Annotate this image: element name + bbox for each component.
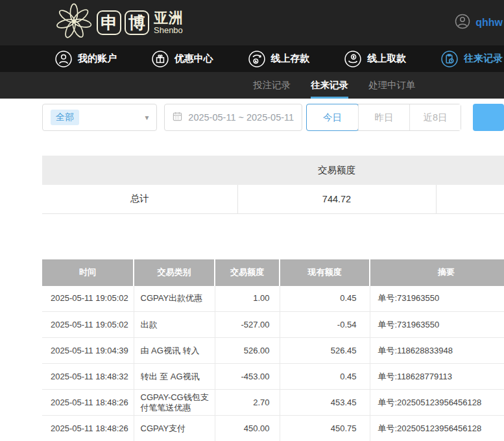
- cell-balance: -0.54: [280, 312, 370, 338]
- nav-item-my-account[interactable]: 我的账户: [55, 51, 117, 67]
- user-account[interactable]: qhhw: [455, 0, 504, 45]
- summary-total-amount: 744.72: [237, 185, 436, 213]
- tab-label: 投注记录: [253, 79, 291, 91]
- today-button[interactable]: 今日: [306, 104, 359, 131]
- table-row: 2025-05-11 19:05:02 CGPAY出款优惠 1.00 0.45 …: [42, 286, 504, 312]
- main-nav: 我的账户 优惠中心 线上存款 线上取款: [0, 45, 504, 72]
- brand-logo[interactable]: 申 博 亚洲 Shenbo: [55, 3, 184, 42]
- brand-region: 亚洲: [154, 10, 184, 26]
- summary-header-row: 交易额度: [42, 156, 504, 185]
- username-text: qhhw: [475, 17, 503, 29]
- date-range-input[interactable]: 2025-05-11 ~ 2025-05-11: [164, 104, 302, 131]
- yesterday-button[interactable]: 昨日: [358, 104, 409, 130]
- brand-subtitle: Shenbo: [154, 26, 184, 35]
- cell-time: 2025-05-11 18:48:26: [42, 390, 134, 416]
- cell-category: CGPAY-CG钱包支付笔笔送优惠: [134, 390, 215, 416]
- active-tab-underline: [311, 97, 348, 99]
- calendar-icon: [173, 112, 182, 124]
- table-row: 2025-05-11 19:05:02 出款 -527.00 -0.54 单号:…: [42, 312, 504, 338]
- flower-logo-icon: [55, 3, 93, 42]
- transactions-header-row: 时间 交易类别 交易额度 现有额度 摘要: [42, 259, 504, 286]
- table-row: 2025-05-11 19:04:39 由 AG视讯 转入 526.00 526…: [42, 338, 504, 364]
- cell-balance: 450.75: [280, 416, 370, 441]
- cell-time: 2025-05-11 19:04:39: [42, 338, 134, 364]
- summary-total-row: 总计 744.72: [42, 185, 504, 213]
- tab-label: 处理中订单: [368, 79, 416, 91]
- quick-date-button-group: 今日 昨日 近8日: [306, 104, 461, 131]
- nav-item-promotions[interactable]: 优惠中心: [152, 51, 213, 67]
- cell-time: 2025-05-11 19:05:02: [42, 312, 134, 338]
- cell-amount: 526.00: [215, 338, 280, 364]
- nav-label: 我的账户: [78, 53, 117, 65]
- cell-category: 转出 至 AG视讯: [134, 364, 215, 390]
- cell-category: CGPAY支付: [134, 416, 215, 441]
- summary-total-label: 总计: [42, 185, 237, 213]
- cell-category: CGPAY出款优惠: [134, 286, 215, 312]
- category-select[interactable]: 全部 ▼: [42, 104, 157, 131]
- last-8-days-button[interactable]: 近8日: [409, 104, 461, 130]
- cell-time: 2025-05-11 19:05:02: [42, 286, 134, 312]
- user-avatar-icon: [455, 14, 470, 32]
- records-clipboard-icon: [441, 51, 458, 67]
- tab-label: 往来记录: [311, 79, 348, 91]
- search-button[interactable]: [473, 104, 504, 131]
- cell-balance: 526.45: [280, 338, 370, 364]
- filter-row: 全部 ▼ 2025-05-11 ~ 2025-05-11 今日 昨日 近8日: [42, 104, 504, 131]
- col-header-time: 时间: [42, 259, 134, 286]
- transactions-table-wrap: 时间 交易类别 交易额度 现有额度 摘要 2025-05-11 19:05:02…: [42, 259, 504, 441]
- col-header-balance: 现有额度: [280, 259, 370, 286]
- date-range-value: 2025-05-11 ~ 2025-05-11: [188, 112, 294, 123]
- summary-header-label: 交易额度: [237, 156, 436, 185]
- deposit-hand-coin-icon: [248, 51, 265, 67]
- cell-balance: 0.45: [280, 364, 370, 390]
- person-icon: [55, 51, 72, 67]
- cell-summary: 单号:731963550: [370, 286, 504, 312]
- summary-header-spacer: [436, 156, 504, 185]
- col-header-category: 交易类别: [134, 259, 215, 286]
- summary-empty-cell: [436, 185, 504, 213]
- summary-table: 交易额度 总计 744.72: [42, 156, 504, 214]
- nav-label: 优惠中心: [174, 53, 213, 65]
- nav-item-online-deposit[interactable]: 线上存款: [248, 51, 310, 67]
- chevron-down-icon: ▼: [143, 114, 150, 121]
- nav-item-transaction-records[interactable]: 往来记录: [441, 51, 503, 67]
- cell-summary: 单号:202505123956456128: [370, 416, 504, 441]
- cell-balance: 453.45: [280, 390, 370, 416]
- summary-header-spacer: [42, 156, 237, 185]
- cell-time: 2025-05-11 18:48:32: [42, 364, 134, 390]
- table-row: 2025-05-11 18:48:32 转出 至 AG视讯 -453.00 0.…: [42, 364, 504, 390]
- table-row: 2025-05-11 18:48:26 CGPAY-CG钱包支付笔笔送优惠 2.…: [42, 390, 504, 416]
- cell-amount: -453.00: [215, 364, 280, 390]
- withdraw-hand-coin-icon: [344, 51, 361, 67]
- cell-summary: 单号:202505123956456128: [370, 390, 504, 416]
- cell-summary: 单号:118628833948: [370, 338, 504, 364]
- cell-amount: 450.00: [215, 416, 280, 441]
- gift-icon: [152, 51, 169, 67]
- summary-table-wrap: 交易额度 总计 744.72: [42, 156, 504, 214]
- cell-category: 由 AG视讯 转入: [134, 338, 215, 364]
- tab-pending-orders[interactable]: 处理中订单: [368, 72, 416, 99]
- cell-amount: 1.00: [215, 286, 280, 312]
- tab-transaction-records[interactable]: 往来记录: [311, 72, 348, 99]
- table-row: 2025-05-11 18:48:26 CGPAY支付 450.00 450.7…: [42, 416, 504, 441]
- cell-amount: 2.70: [215, 390, 280, 416]
- cell-summary: 单号:118628779113: [370, 364, 504, 390]
- cell-time: 2025-05-11 18:48:26: [42, 416, 134, 441]
- cell-summary: 单号:731963550: [370, 312, 504, 338]
- top-header-bar: 申 博 亚洲 Shenbo qhhw: [0, 0, 504, 45]
- brand-char-bo: 博: [125, 10, 149, 35]
- brand-char-shen: 申: [97, 10, 121, 35]
- nav-item-online-withdraw[interactable]: 线上取款: [344, 51, 406, 67]
- nav-label: 线上取款: [367, 53, 406, 65]
- record-subtabs: 投注记录 往来记录 处理中订单: [0, 72, 504, 99]
- nav-label: 往来记录: [464, 53, 503, 65]
- col-header-summary: 摘要: [370, 259, 504, 286]
- cell-balance: 0.45: [280, 286, 370, 312]
- transactions-table: 时间 交易类别 交易额度 现有额度 摘要 2025-05-11 19:05:02…: [42, 259, 504, 441]
- category-selected-chip: 全部: [51, 110, 79, 125]
- tab-bet-records[interactable]: 投注记录: [253, 72, 291, 99]
- nav-label: 线上存款: [271, 53, 310, 65]
- col-header-amount: 交易额度: [215, 259, 280, 286]
- cell-category: 出款: [134, 312, 215, 338]
- cell-amount: -527.00: [215, 312, 280, 338]
